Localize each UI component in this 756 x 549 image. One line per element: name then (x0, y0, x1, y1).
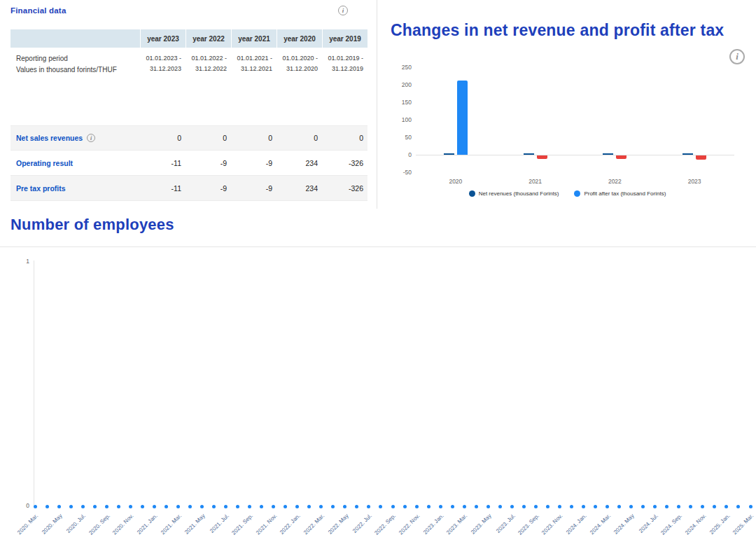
cell-value: -11 (140, 159, 186, 167)
data-point (617, 505, 621, 508)
x-axis-label: 2022. May (326, 513, 349, 536)
legend-item[interactable]: Net revenues (thousand Forints) (469, 190, 559, 197)
period-start: 01.01.2020 - (276, 53, 318, 64)
column-header-empty (10, 29, 140, 48)
cell-value: 0 (186, 134, 231, 142)
financial-table: year 2023year 2022year 2021year 2020year… (10, 29, 368, 201)
data-point (260, 505, 263, 508)
data-point (665, 505, 668, 508)
data-point (176, 505, 180, 508)
x-axis-label: 2021. May (183, 513, 206, 536)
data-point (451, 505, 454, 508)
period-cell: 01.01.2020 -31.12.2020 (276, 53, 322, 75)
data-point (117, 505, 120, 508)
row-label: Net sales revenuesi (10, 134, 140, 142)
data-point (546, 505, 550, 508)
y-axis-tick: 0 (20, 502, 29, 509)
data-point (212, 505, 216, 508)
x-axis-label: 2024. Mar. (589, 513, 612, 536)
data-point (594, 505, 597, 508)
net-revenues-bar (524, 153, 534, 155)
employees-line-chart: 1 0 2020. Mar.2020. May2020. Jul.2020. S… (0, 249, 756, 549)
x-axis-label: 2023. Sep. (517, 513, 540, 536)
vertical-divider (377, 0, 377, 209)
y-axis-tick: 100 (391, 116, 412, 123)
data-point (57, 505, 61, 508)
y-axis-tick: 50 (391, 134, 412, 141)
x-axis-label: 2023. May (470, 513, 493, 536)
data-point (641, 505, 645, 508)
x-axis-label: 2022. Jul. (351, 513, 373, 534)
reporting-period-line2: Values in thousand forints/THUF (16, 64, 140, 76)
data-point (570, 505, 573, 508)
data-point (606, 505, 609, 508)
zero-baseline (416, 155, 734, 155)
data-point (295, 505, 299, 508)
y-axis-line (34, 260, 34, 506)
data-point (427, 505, 430, 508)
cell-value: 0 (140, 134, 186, 142)
data-point (236, 505, 239, 508)
data-point (498, 505, 502, 508)
data-point (188, 505, 192, 508)
x-axis-label: 2020. Jul. (66, 513, 88, 534)
data-point (522, 505, 526, 508)
legend-item[interactable]: Profit after tax (thousand Forints) (574, 190, 666, 197)
revenue-chart-section: Changes in net revenue and profit after … (378, 0, 756, 210)
info-icon[interactable]: i (338, 6, 348, 15)
data-point (391, 505, 395, 508)
data-point (475, 505, 478, 508)
y-axis-tick: 250 (391, 64, 412, 71)
cell-value: 0 (231, 134, 276, 142)
x-axis-label: 2021. Mar. (160, 513, 183, 536)
x-axis-label: 2021. Jan. (136, 513, 159, 536)
reporting-period-row: Reporting periodValues in thousand forin… (10, 48, 368, 82)
row-label-text: Net sales revenues (16, 134, 83, 142)
period-start: 01.01.2023 - (140, 53, 181, 64)
cell-value: -9 (186, 159, 231, 167)
data-point (701, 505, 704, 508)
data-point (677, 505, 680, 508)
x-axis-label: 2024. May (612, 513, 636, 536)
legend-dot (574, 190, 580, 197)
data-point (34, 505, 37, 508)
x-axis-label: 2025. Jan. (708, 513, 732, 536)
data-point (558, 505, 561, 508)
column-header: year 2020 (276, 29, 322, 48)
x-axis-label: 2023 (673, 178, 715, 185)
net-revenues-bar (682, 153, 693, 155)
data-point (284, 505, 287, 508)
data-point (486, 505, 490, 508)
cell-value: -326 (322, 184, 368, 193)
cell-value: -9 (186, 184, 231, 193)
column-header: year 2019 (322, 29, 368, 48)
data-point (81, 505, 85, 508)
period-end: 31.12.2021 (231, 64, 272, 74)
y-axis-tick: 0 (391, 151, 412, 158)
info-icon[interactable]: i (729, 49, 745, 64)
period-end: 31.12.2019 (322, 64, 363, 74)
data-point (463, 505, 466, 508)
row-label: Operating result (10, 159, 140, 167)
data-point (534, 505, 538, 508)
data-point (653, 505, 657, 508)
info-icon[interactable]: i (87, 134, 95, 142)
data-point (582, 505, 585, 508)
x-axis-label: 2024. Jan. (565, 513, 588, 536)
cell-value: -11 (140, 184, 186, 193)
legend-label: Profit after tax (thousand Forints) (584, 190, 666, 197)
y-axis-tick: 150 (391, 99, 412, 106)
x-axis-label: 2021 (514, 178, 556, 185)
table-row: Pre tax profits-11-9-9234-326 (10, 176, 368, 201)
x-axis-label: 2023. Jan. (422, 513, 445, 536)
data-point (439, 505, 442, 508)
data-point (200, 505, 204, 508)
data-point (141, 505, 144, 508)
data-point (272, 505, 275, 508)
data-point (379, 505, 382, 508)
data-point (331, 505, 335, 508)
x-axis-label: 2021. Sep. (230, 513, 254, 536)
x-axis-label: 2022. Mar. (302, 513, 326, 536)
period-end: 31.12.2022 (186, 64, 227, 74)
profit-after-tax-bar (616, 155, 626, 159)
